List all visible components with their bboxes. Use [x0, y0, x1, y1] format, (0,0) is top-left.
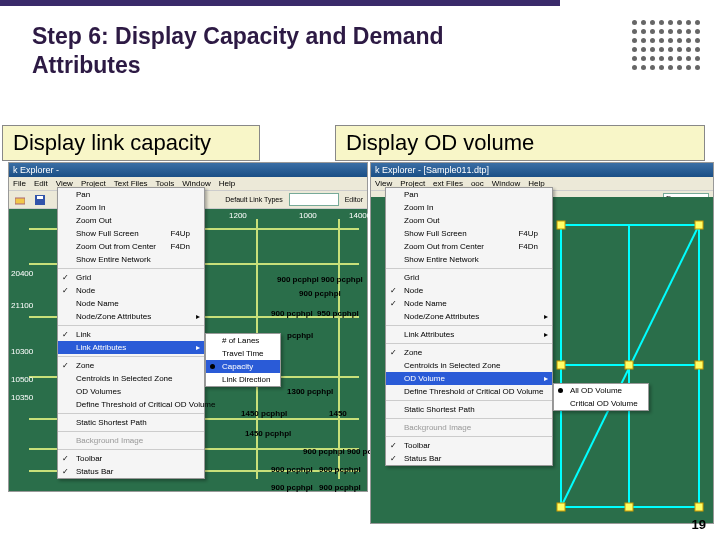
menu-item-link-direction[interactable]: Link Direction [206, 373, 280, 386]
edge-capacity-label: 900 pcphpl [271, 309, 313, 318]
menu-item-od-volumes[interactable]: OD Volumes [58, 385, 204, 398]
menu-item-node-zone-attributes[interactable]: Node/Zone Attributes▸ [386, 310, 552, 323]
y-axis-tick: 10300 [11, 347, 33, 356]
menu-item-label: Grid [76, 273, 91, 282]
link-type-selector[interactable] [289, 193, 339, 206]
menu-item-node[interactable]: ✓Node [386, 284, 552, 297]
menu-item-show-entire-network[interactable]: Show Entire Network [58, 253, 204, 266]
menu-item-capacity[interactable]: Capacity [206, 360, 280, 373]
y-axis-tick: 20400 [11, 269, 33, 278]
menu-item-show-full-screen[interactable]: Show Full ScreenF4Up [386, 227, 552, 240]
menu-item-od-volume[interactable]: OD Volume▸ [386, 372, 552, 385]
y-axis-tick: 21100 [11, 301, 33, 310]
menu-item-zoom-in[interactable]: Zoom In [58, 201, 204, 214]
svg-rect-25 [557, 361, 565, 369]
x-axis-tick: 14000 [349, 211, 371, 220]
view-menu[interactable]: PanZoom InZoom OutShow Full ScreenF4UpZo… [385, 187, 553, 466]
menu-item-label: Static Shortest Path [76, 418, 147, 427]
left-titlebar: k Explorer - [9, 163, 367, 177]
menu-item-grid[interactable]: Grid [386, 271, 552, 284]
menu-help[interactable]: Help [219, 179, 235, 188]
menu-item-centroids-in-selected-zone[interactable]: Centroids in Selected Zone [58, 372, 204, 385]
menu-item-background-image: Background Image [58, 434, 204, 447]
menu-item-label: Toolbar [76, 454, 102, 463]
menu-item-zoom-in[interactable]: Zoom In [386, 201, 552, 214]
check-icon: ✓ [390, 348, 397, 357]
check-icon: ✓ [62, 286, 69, 295]
menu-item-all-od-volume[interactable]: All OD Volume [554, 384, 648, 397]
menu-item-pan[interactable]: Pan [58, 188, 204, 201]
toolbar-label: Default Link Types [225, 196, 282, 203]
menu-item-label: Link Attributes [76, 343, 126, 352]
menu-item-label: Centroids in Selected Zone [76, 374, 173, 383]
menu-edit[interactable]: Edit [34, 179, 48, 188]
accent-bar [0, 0, 560, 6]
check-icon: ✓ [390, 441, 397, 450]
menu-item-status-bar[interactable]: ✓Status Bar [58, 465, 204, 478]
menu-item-zone[interactable]: ✓Zone [58, 359, 204, 372]
shortcut-label: F4Dn [170, 242, 190, 251]
menu-item-label: Zoom In [76, 203, 105, 212]
svg-rect-27 [557, 503, 565, 511]
menu-item-label: Travel Time [222, 349, 264, 358]
edge-capacity-label: 1450 pcphpl [245, 429, 291, 438]
menu-item-label: Define Threshold of Critical OD Volume [76, 400, 215, 409]
x-axis-tick: 1000 [299, 211, 317, 220]
check-icon: ✓ [390, 299, 397, 308]
menu-item-label: Link Direction [222, 375, 270, 384]
open-icon[interactable] [13, 194, 27, 206]
menu-item-zone[interactable]: ✓Zone [386, 346, 552, 359]
check-icon: ✓ [390, 454, 397, 463]
menu-item-label: Background Image [76, 436, 143, 445]
submenu-arrow-icon: ▸ [544, 330, 548, 339]
save-icon[interactable] [33, 194, 47, 206]
left-app-window: k Explorer - FileEditViewProjectText Fil… [8, 162, 368, 492]
menu-item-define-threshold-of-critical-od-volume[interactable]: Define Threshold of Critical OD Volume [386, 385, 552, 398]
svg-rect-28 [625, 503, 633, 511]
menu-item-node-name[interactable]: Node Name [58, 297, 204, 310]
menu-item-static-shortest-path[interactable]: Static Shortest Path [386, 403, 552, 416]
menu-item-static-shortest-path[interactable]: Static Shortest Path [58, 416, 204, 429]
menu-item-node[interactable]: ✓Node [58, 284, 204, 297]
menu-item-label: Link Attributes [404, 330, 454, 339]
menu-item-grid[interactable]: ✓Grid [58, 271, 204, 284]
menu-item-define-threshold-of-critical-od-volume[interactable]: Define Threshold of Critical OD Volume [58, 398, 204, 411]
menu-item-zoom-out[interactable]: Zoom Out [58, 214, 204, 227]
menu-item-label: Zoom Out from Center [404, 242, 484, 251]
menu-item-critical-od-volume[interactable]: Critical OD Volume [554, 397, 648, 410]
menu-item-toolbar[interactable]: ✓Toolbar [58, 452, 204, 465]
menu-item-label: Zoom Out from Center [76, 242, 156, 251]
menu-item-zoom-out[interactable]: Zoom Out [386, 214, 552, 227]
menu-item-pan[interactable]: Pan [386, 188, 552, 201]
view-menu[interactable]: PanZoom InZoom OutShow Full ScreenF4UpZo… [57, 187, 205, 479]
menu-item-travel-time[interactable]: Travel Time [206, 347, 280, 360]
menu-item-show-entire-network[interactable]: Show Entire Network [386, 253, 552, 266]
x-axis-tick: 1200 [229, 211, 247, 220]
menu-item-centroids-in-selected-zone[interactable]: Centroids in Selected Zone [386, 359, 552, 372]
menu-item-status-bar[interactable]: ✓Status Bar [386, 452, 552, 465]
menu-item-zoom-out-from-center[interactable]: Zoom Out from CenterF4Dn [58, 240, 204, 253]
menu-item-zoom-out-from-center[interactable]: Zoom Out from CenterF4Dn [386, 240, 552, 253]
menu-file[interactable]: File [13, 179, 26, 188]
menu-item-link-attributes[interactable]: Link Attributes▸ [386, 328, 552, 341]
menu-item-label: Grid [404, 273, 419, 282]
link-attributes-submenu[interactable]: # of LanesTravel TimeCapacityLink Direct… [205, 333, 281, 387]
menu-item-node-name[interactable]: ✓Node Name [386, 297, 552, 310]
menu-item-toolbar[interactable]: ✓Toolbar [386, 439, 552, 452]
menu-item-label: Centroids in Selected Zone [404, 361, 501, 370]
menu-item-label: Pan [76, 190, 90, 199]
y-axis-tick: 10500 [11, 375, 33, 384]
menu-item-link-attributes[interactable]: Link Attributes▸ [58, 341, 204, 354]
menu-item-label: Status Bar [404, 454, 441, 463]
check-icon: ✓ [62, 273, 69, 282]
menu-item-link[interactable]: ✓Link [58, 328, 204, 341]
menu-item-node-zone-attributes[interactable]: Node/Zone Attributes▸ [58, 310, 204, 323]
menu-item-show-full-screen[interactable]: Show Full ScreenF4Up [58, 227, 204, 240]
od-volume-submenu[interactable]: All OD VolumeCritical OD Volume [553, 383, 649, 411]
menu-item-label: Link [76, 330, 91, 339]
menu-item--of-lanes[interactable]: # of Lanes [206, 334, 280, 347]
menu-item-label: Pan [404, 190, 418, 199]
edge-capacity-label: pcphpl [287, 331, 313, 340]
menu-item-label: Node [404, 286, 423, 295]
menu-item-label: Show Entire Network [76, 255, 151, 264]
